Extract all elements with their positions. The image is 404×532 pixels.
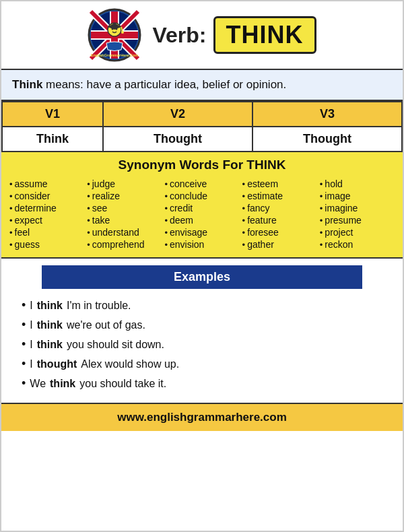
definition-section: Think means: have a particular idea, bel… — [1, 70, 403, 101]
examples-section: I think I'm in trouble.I think we're out… — [1, 289, 403, 403]
synonym-item: conceive — [164, 178, 239, 190]
synonyms-col-3: esteemestimatefancyfeatureforeseegather — [242, 178, 317, 251]
example-item-2: I think you should sit down. — [22, 335, 382, 354]
verb-word-box: THINK — [213, 16, 316, 54]
footer: www.englishgrammarhere.com — [1, 403, 403, 431]
synonyms-col-0: assumeconsiderdetermineexpectfeelguess — [9, 178, 84, 251]
v2-value: Thought — [103, 127, 252, 152]
header-title-area: Verb: THINK — [152, 16, 316, 54]
synonyms-col-2: conceiveconcludecreditdeemenvisageenvisi… — [164, 178, 239, 251]
v1-header: V1 — [2, 102, 103, 127]
synonym-item: guess — [9, 238, 84, 251]
synonym-item: estimate — [242, 190, 317, 202]
synonym-item: hold — [320, 178, 395, 190]
synonym-item: assume — [9, 178, 84, 190]
examples-list: I think I'm in trouble.I think we're out… — [22, 296, 382, 393]
synonyms-title-word: THINK — [246, 158, 285, 172]
svg-rect-14 — [113, 23, 116, 27]
verb-word: THINK — [226, 21, 304, 48]
synonyms-header: Synonym Words For THINK — [9, 158, 395, 172]
synonym-item: presume — [320, 214, 395, 226]
v1-value: Think — [2, 127, 103, 152]
synonym-item: envisage — [164, 226, 239, 238]
synonym-item: consider — [9, 190, 84, 202]
synonym-item: project — [320, 226, 395, 238]
synonym-item: understand — [87, 226, 162, 238]
synonym-item: feature — [242, 214, 317, 226]
synonym-item: imagine — [320, 202, 395, 214]
synonym-item: determine — [9, 202, 84, 214]
synonyms-grid: assumeconsiderdetermineexpectfeelguessju… — [9, 178, 395, 251]
synonyms-title-prefix: Synonym Words For — [119, 158, 247, 172]
examples-wrapper: Examples I think I'm in trouble.I think … — [1, 259, 403, 403]
v3-header: V3 — [252, 102, 402, 127]
verb-label: Verb: — [152, 23, 206, 48]
synonym-item: credit — [164, 202, 239, 214]
synonym-item: realize — [87, 190, 162, 202]
synonym-item: conclude — [164, 190, 239, 202]
synonym-item: reckon — [320, 238, 395, 251]
synonym-item: expect — [9, 214, 84, 226]
example-item-1: I think we're out of gas. — [22, 315, 382, 335]
v3-value: Thought — [252, 127, 402, 152]
synonym-item: feel — [9, 226, 84, 238]
synonym-item: judge — [87, 178, 162, 190]
definition-bold: Think — [12, 78, 42, 91]
synonym-item: esteem — [242, 178, 317, 190]
synonyms-col-4: holdimageimaginepresumeprojectreckon — [320, 178, 395, 251]
definition-text: means: have a particular idea, belief or… — [42, 78, 286, 91]
synonym-item: envision — [164, 238, 239, 251]
synonym-item: deem — [164, 214, 239, 226]
synonym-item: see — [87, 202, 162, 214]
example-item-0: I think I'm in trouble. — [22, 296, 382, 315]
v2-header: V2 — [103, 102, 252, 127]
svg-point-16 — [121, 31, 124, 34]
synonym-item: take — [87, 214, 162, 226]
synonym-item: foresee — [242, 226, 317, 238]
verb-forms-table: V1 V2 V3 Think Thought Thought — [1, 101, 403, 152]
page-header: EnglishGrammarHere.Com Verb: THINK — [1, 1, 403, 70]
logo: EnglishGrammarHere.Com — [88, 8, 141, 62]
synonyms-col-1: judgerealizeseetakeunderstandcomprehend — [87, 178, 162, 251]
synonym-item: fancy — [242, 202, 317, 214]
synonym-item: image — [320, 190, 395, 202]
synonym-item: gather — [242, 238, 317, 251]
example-item-4: We think you should take it. — [22, 374, 382, 393]
example-item-3: I thought Alex would show up. — [22, 354, 382, 374]
synonym-item: comprehend — [87, 238, 162, 251]
examples-header-bar: Examples — [42, 265, 362, 289]
svg-text:EnglishGrammarHere.Com: EnglishGrammarHere.Com — [91, 53, 138, 57]
synonyms-section: Synonym Words For THINK assumeconsiderde… — [1, 152, 403, 259]
footer-url: www.englishgrammarhere.com — [117, 411, 287, 424]
